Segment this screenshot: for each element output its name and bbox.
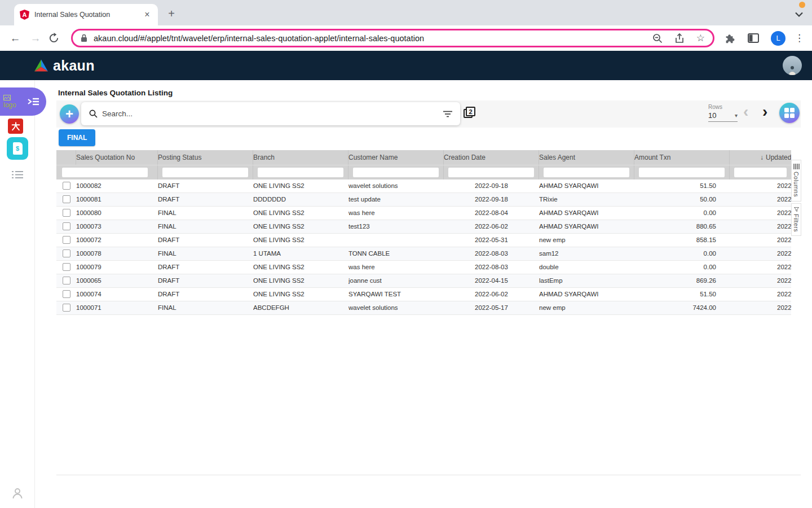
header-sales-agent[interactable]: Sales Agent: [539, 150, 634, 165]
user-avatar[interactable]: [783, 56, 802, 75]
search-input[interactable]: [102, 110, 443, 118]
cell-creation-date: 2022-08-03: [444, 261, 539, 274]
cell-posting-status: DRAFT: [158, 193, 253, 206]
row-checkbox[interactable]: [63, 222, 70, 230]
filter-posting-status[interactable]: [162, 168, 248, 177]
row-checkbox[interactable]: [63, 249, 70, 257]
table-row[interactable]: 1000081 DRAFT DDDDDDD test update 2022-0…: [56, 193, 791, 207]
filter-branch[interactable]: [258, 168, 343, 177]
columns-tab[interactable]: Columns: [791, 160, 801, 202]
main-content: Internal Sales Quotation Listing + 2 Row…: [56, 80, 801, 508]
cell-posting-status: DRAFT: [158, 274, 253, 287]
zoom-out-icon[interactable]: [652, 33, 663, 43]
pages-filter-icon[interactable]: 2: [464, 107, 477, 120]
filters-tab[interactable]: Filters: [791, 203, 801, 236]
url-text[interactable]: akaun.cloud/#/applet/tnt/wavelet/erp/int…: [94, 34, 640, 43]
table-row[interactable]: 1000074 DRAFT ONE LIVING SS2 SYARQAWI TE…: [56, 288, 791, 301]
broken-logo-image: logo: [3, 95, 16, 108]
side-panel-icon[interactable]: [748, 33, 759, 43]
tab-title: Internal Sales Quotation: [34, 11, 142, 19]
cell-customer-name: joanne cust: [348, 274, 444, 287]
next-page-button[interactable]: ›: [762, 103, 767, 121]
cell-amount-txn: 0.00: [634, 207, 730, 220]
cell-branch: ONE LIVING SS2: [253, 274, 348, 287]
header-customer-name[interactable]: Customer Name: [348, 150, 444, 165]
cell-amount-txn: 869.26: [634, 274, 730, 287]
cell-posting-status: DRAFT: [158, 288, 253, 301]
row-checkbox[interactable]: [63, 290, 70, 298]
sidebar-list-icon[interactable]: [12, 170, 23, 179]
sidebar-profile-icon[interactable]: [12, 488, 23, 499]
header-updated[interactable]: ↓Updated: [730, 150, 791, 165]
filter-sales-agent[interactable]: [544, 168, 629, 177]
cell-customer-name: was here: [348, 207, 444, 220]
filter-customer-name[interactable]: [353, 168, 439, 177]
browser-tab[interactable]: A Internal Sales Quotation ×: [14, 4, 158, 25]
cell-creation-date: 2022-05-31: [444, 234, 539, 247]
table-row[interactable]: 1000065 DRAFT ONE LIVING SS2 joanne cust…: [56, 274, 791, 288]
share-icon[interactable]: [675, 33, 684, 43]
cell-amount-txn: 51.50: [634, 288, 730, 301]
cell-sales-agent: double: [539, 261, 634, 274]
new-tab-button[interactable]: +: [165, 7, 178, 20]
row-checkbox[interactable]: [63, 263, 70, 271]
sidebar-sales-quotation-icon[interactable]: $: [7, 137, 28, 160]
browser-menu-icon[interactable]: ⋮: [795, 32, 804, 44]
table-filter-row: [56, 165, 791, 179]
page-title: Internal Sales Quotation Listing: [58, 89, 173, 97]
table-header-row: Sales Quotation No Posting Status Branch…: [56, 150, 791, 165]
cell-customer-name: test123: [348, 220, 444, 233]
cell-posting-status: DRAFT: [158, 179, 253, 192]
filter-sales-quotation-no[interactable]: [62, 168, 148, 177]
row-checkbox[interactable]: [63, 304, 70, 312]
logo-alt-text: logo: [3, 102, 16, 108]
menu-open-icon[interactable]: [27, 97, 39, 106]
table-row[interactable]: 1000082 DRAFT ONE LIVING SS2 wavelet sol…: [56, 179, 791, 193]
add-new-button[interactable]: +: [60, 104, 79, 124]
bookmark-star-icon[interactable]: ☆: [696, 32, 705, 44]
header-posting-status[interactable]: Posting Status: [158, 150, 253, 165]
grid-view-button[interactable]: [779, 103, 800, 123]
sidebar-app-red-icon[interactable]: [8, 119, 23, 134]
url-bar[interactable]: akaun.cloud/#/applet/tnt/wavelet/erp/int…: [71, 29, 714, 47]
cell-updated: 2022: [730, 234, 791, 247]
table-row[interactable]: 1000072 DRAFT ONE LIVING SS2 2022-05-31 …: [56, 234, 791, 247]
tab-close-icon[interactable]: ×: [142, 10, 152, 20]
cell-creation-date: 2022-09-18: [444, 193, 539, 206]
header-creation-date[interactable]: Creation Date: [444, 150, 539, 165]
back-icon[interactable]: ←: [8, 32, 23, 45]
cell-sales-quotation-no: 1000073: [76, 220, 158, 233]
browser-profile-avatar[interactable]: L: [771, 31, 785, 46]
cell-updated: 2022: [730, 179, 791, 192]
table-row[interactable]: 1000079 DRAFT ONE LIVING SS2 was here 20…: [56, 261, 791, 274]
cell-sales-quotation-no: 1000074: [76, 288, 158, 301]
row-checkbox[interactable]: [63, 277, 70, 284]
header-branch[interactable]: Branch: [253, 150, 348, 165]
sidebar-logo-pill[interactable]: logo: [0, 87, 46, 116]
header-sales-quotation-no[interactable]: Sales Quotation No: [76, 150, 158, 165]
rows-per-page-select[interactable]: Rows 10 ▾: [708, 104, 738, 122]
final-filter-chip[interactable]: FINAL: [59, 129, 95, 146]
header-amount-txn[interactable]: Amount Txn: [634, 150, 730, 165]
filter-updated[interactable]: [734, 168, 787, 177]
table-row[interactable]: 1000071 FINAL ABCDEFGH wavelet solutions…: [56, 301, 791, 315]
table-row[interactable]: 1000078 FINAL 1 UTAMA TONN CABLE 2022-08…: [56, 247, 791, 261]
filter-list-icon[interactable]: [443, 111, 452, 117]
filter-amount-txn[interactable]: [639, 168, 725, 177]
cell-updated: 2022: [730, 274, 791, 287]
row-checkbox[interactable]: [63, 236, 70, 244]
cell-customer-name: test update: [348, 193, 444, 206]
row-checkbox[interactable]: [63, 195, 70, 203]
row-checkbox[interactable]: [63, 209, 70, 217]
cell-branch: ONE LIVING SS2: [253, 220, 348, 233]
table-row[interactable]: 1000080 FINAL ONE LIVING SS2 was here 20…: [56, 207, 791, 220]
recording-indicator-icon: [799, 2, 805, 8]
search-box[interactable]: [81, 102, 460, 125]
extensions-puzzle-icon[interactable]: [724, 33, 735, 44]
cell-creation-date: 2022-06-02: [444, 220, 539, 233]
filter-creation-date[interactable]: [448, 168, 534, 177]
table-row[interactable]: 1000073 FINAL ONE LIVING SS2 test123 202…: [56, 220, 791, 234]
tab-search-chevron-icon[interactable]: [795, 12, 803, 17]
reload-icon[interactable]: [48, 33, 63, 43]
row-checkbox[interactable]: [63, 182, 70, 190]
